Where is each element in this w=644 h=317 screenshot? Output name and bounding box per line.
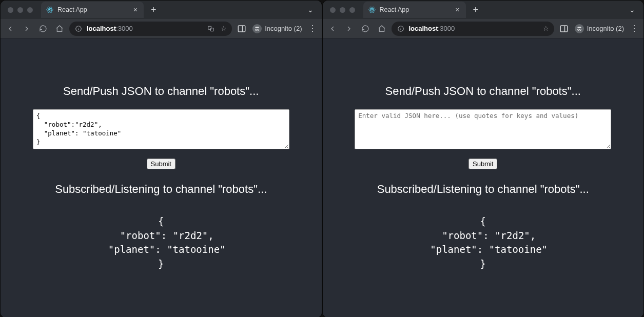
minimize-window-icon[interactable] <box>340 7 345 13</box>
sidepanel-icon[interactable] <box>559 24 569 33</box>
address-port: :3000 <box>438 25 455 32</box>
minimize-window-icon[interactable] <box>17 7 23 13</box>
react-app: Send/Push JSON to channel "robots"... Su… <box>355 85 611 271</box>
site-info-icon[interactable] <box>74 25 83 33</box>
menu-kebab-icon[interactable]: ⋮ <box>308 24 317 33</box>
tabstrip: React App × + ⌄ <box>1 1 322 19</box>
svg-point-12 <box>258 29 259 30</box>
site-info-icon[interactable] <box>397 25 405 33</box>
nav-icons <box>6 24 64 33</box>
toolbar-right: Incognito (2) ⋮ <box>559 24 638 33</box>
browser-window: React App × + ⌄ localhost:3000 ☆ Incogni… <box>323 1 644 317</box>
address-text: localhost:3000 <box>87 25 133 32</box>
tab-list-button[interactable]: ⌄ <box>303 6 318 14</box>
close-tab-icon[interactable]: × <box>454 5 460 14</box>
address-host: localhost <box>409 25 438 32</box>
svg-point-24 <box>579 29 581 30</box>
forward-icon[interactable] <box>22 24 31 33</box>
svg-point-0 <box>49 9 51 11</box>
svg-point-11 <box>256 29 257 30</box>
home-icon[interactable] <box>377 24 386 33</box>
close-window-icon[interactable] <box>8 7 13 13</box>
translate-icon[interactable] <box>206 24 216 33</box>
incognito-indicator[interactable]: Incognito (2) <box>252 24 302 33</box>
window-controls <box>327 7 355 13</box>
viewport: Send/Push JSON to channel "robots"... Su… <box>1 38 322 317</box>
address-bar[interactable]: localhost:3000 ☆ <box>69 22 232 36</box>
send-heading: Send/Push JSON to channel "robots"... <box>33 85 289 98</box>
toolbar-right: Incognito (2) ⋮ <box>237 24 316 33</box>
svg-point-23 <box>577 29 579 30</box>
address-text: localhost:3000 <box>409 25 455 32</box>
address-host: localhost <box>87 25 116 32</box>
bookmark-star-icon[interactable]: ☆ <box>221 25 227 32</box>
json-input[interactable] <box>355 109 611 149</box>
new-tab-button[interactable]: + <box>471 5 481 15</box>
react-app: Send/Push JSON to channel "robots"... Su… <box>33 85 289 271</box>
home-icon[interactable] <box>55 24 64 33</box>
react-logo-icon <box>46 6 53 13</box>
json-input[interactable] <box>33 109 289 149</box>
browser-window: React App × + ⌄ localhost:3000 ☆ Incogni… <box>1 1 322 317</box>
close-tab-icon[interactable]: × <box>132 5 139 14</box>
reload-icon[interactable] <box>38 24 48 33</box>
viewport: Send/Push JSON to channel "robots"... Su… <box>323 38 644 317</box>
submit-wrap: Submit <box>355 158 611 169</box>
react-logo-icon <box>368 6 376 13</box>
nav-icons <box>328 24 386 33</box>
incognito-label: Incognito (2) <box>587 25 624 32</box>
toolbar: localhost:3000 ☆ Incognito (2) ⋮ <box>1 19 322 38</box>
svg-rect-21 <box>560 26 568 32</box>
bookmark-star-icon[interactable]: ☆ <box>543 25 549 32</box>
window-controls <box>5 7 33 13</box>
forward-icon[interactable] <box>344 24 354 33</box>
menu-kebab-icon[interactable]: ⋮ <box>630 24 638 33</box>
listen-heading: Subscribed/Listening to channel "robots"… <box>33 183 289 196</box>
address-port: :3000 <box>116 25 133 32</box>
tab-react-app[interactable]: React App × <box>41 2 144 18</box>
submit-wrap: Submit <box>33 158 289 169</box>
tab-title: React App <box>380 6 409 13</box>
toolbar: localhost:3000 ☆ Incognito (2) ⋮ <box>323 19 644 38</box>
incognito-icon <box>252 24 262 33</box>
address-bar[interactable]: localhost:3000 ☆ <box>392 22 554 36</box>
send-heading: Send/Push JSON to channel "robots"... <box>355 85 611 98</box>
new-tab-button[interactable]: + <box>149 5 159 15</box>
submit-button[interactable]: Submit <box>469 158 497 169</box>
sidepanel-icon[interactable] <box>237 24 246 33</box>
tabstrip: React App × + ⌄ <box>323 1 644 19</box>
subscribed-output: { "robot": "r2d2", "planet": "tatooine" … <box>355 214 611 271</box>
close-window-icon[interactable] <box>330 7 336 13</box>
tab-react-app[interactable]: React App × <box>363 2 466 18</box>
incognito-label: Incognito (2) <box>265 25 302 32</box>
maximize-window-icon[interactable] <box>349 7 355 13</box>
back-icon[interactable] <box>6 24 15 33</box>
incognito-icon <box>575 24 584 33</box>
listen-heading: Subscribed/Listening to channel "robots"… <box>355 183 611 196</box>
svg-rect-9 <box>238 26 245 32</box>
submit-button[interactable]: Submit <box>147 158 175 169</box>
incognito-indicator[interactable]: Incognito (2) <box>575 24 624 33</box>
reload-icon[interactable] <box>361 24 370 33</box>
tab-title: React App <box>57 6 87 13</box>
back-icon[interactable] <box>328 24 337 33</box>
tab-list-button[interactable]: ⌄ <box>625 6 639 14</box>
maximize-window-icon[interactable] <box>27 7 33 13</box>
subscribed-output: { "robot": "r2d2", "planet": "tatooine" … <box>33 214 289 271</box>
svg-point-14 <box>371 9 373 11</box>
